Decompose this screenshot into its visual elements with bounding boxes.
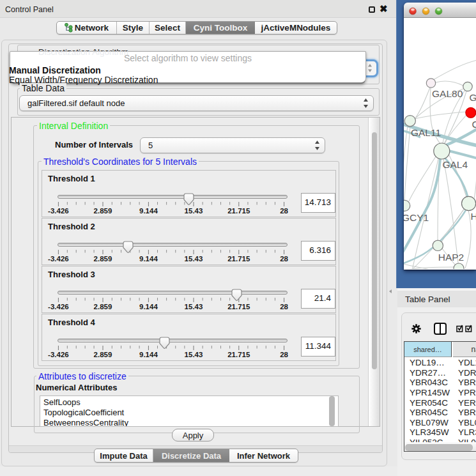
- svg-text:GCY1: GCY1: [404, 212, 429, 223]
- svg-text:GAL80: GAL80: [432, 88, 463, 99]
- svg-text:H: H: [471, 211, 476, 222]
- svg-text:GAL4: GAL4: [442, 159, 468, 170]
- svg-text:C: C: [472, 119, 476, 130]
- svg-text:GAL11: GAL11: [411, 127, 441, 138]
- svg-text:GA: GA: [470, 92, 476, 103]
- svg-text:HAP2: HAP2: [438, 252, 464, 263]
